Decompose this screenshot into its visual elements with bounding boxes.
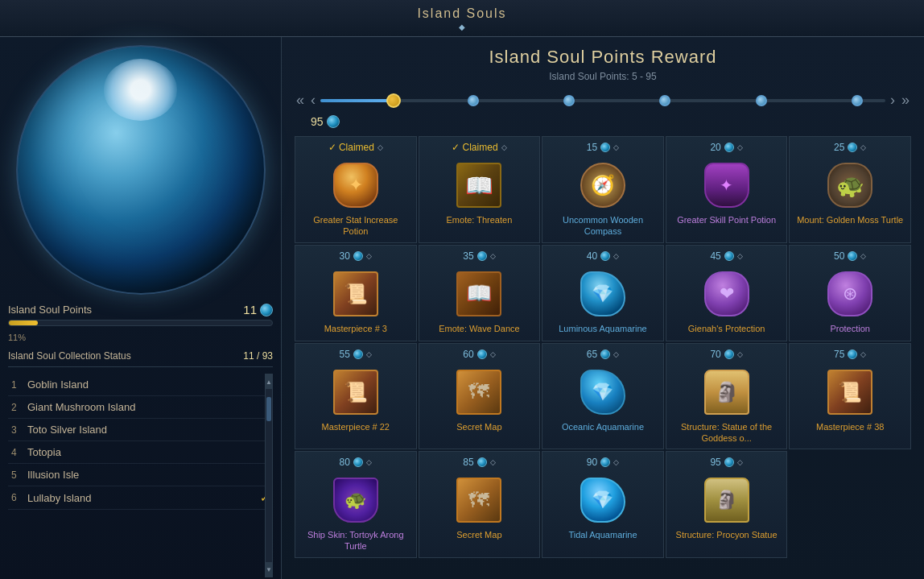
reward-diamond-icon[interactable]: ◇ (613, 458, 619, 466)
reward-name: Emote: Wave Dance (439, 323, 519, 334)
collection-status-label: Island Soul Collection Status (8, 350, 131, 362)
reward-points: 55 (340, 349, 350, 360)
right-panel: Island Soul Points Reward Island Soul Po… (282, 37, 924, 579)
reward-icon-container: 🗺 (453, 366, 505, 418)
island-name: Toto Silver Island (27, 424, 270, 436)
reward-cell[interactable]: 70 ◇ 🗿 Structure: Statue of the Goddess … (666, 343, 788, 450)
reward-diamond-icon[interactable]: ◇ (366, 252, 372, 260)
reward-gem-icon (477, 349, 487, 359)
main-layout: Island Soul Points 11 11% Island Soul Co… (0, 37, 924, 579)
reward-cell-header: 35 ◇ (463, 250, 495, 262)
track-nav-right-outer[interactable]: » (900, 92, 911, 109)
reward-cell[interactable]: 95 ◇ 🗿 Structure: Procyon Statue (666, 451, 788, 558)
reward-cell[interactable]: 80 ◇ 🐢 Ship Skin: Tortoyk Arong Turtle (295, 451, 417, 558)
reward-cell-header: 85 ◇ (463, 457, 495, 468)
reward-cell[interactable]: 75 ◇ 📜 Masterpiece # 38 (789, 343, 911, 450)
reward-icon-container: 💎 (577, 268, 629, 320)
island-list-item[interactable]: 5 Illusion Isle (8, 464, 273, 486)
reward-diamond-icon[interactable]: ◇ (613, 350, 619, 358)
reward-gem-icon (848, 349, 857, 359)
track-fill (320, 99, 394, 102)
reward-gem-icon (724, 457, 734, 467)
reward-diamond-icon[interactable]: ◇ (737, 350, 743, 358)
reward-grid: ✓ Claimed ◇ Greater Stat Increase Potion… (295, 136, 911, 558)
reward-diamond-icon[interactable]: ◇ (613, 252, 619, 260)
reward-diamond-icon[interactable]: ◇ (366, 458, 372, 466)
island-name: Totopia (27, 446, 270, 458)
reward-name: Protection (830, 323, 870, 334)
title-diamond: ◆ (0, 23, 924, 31)
reward-gem-icon (600, 349, 610, 359)
secret-map2-icon: 🗺 (456, 478, 501, 523)
reward-gem-icon (848, 251, 857, 261)
title-bar: Island Souls ◆ (0, 0, 924, 37)
island-list-item[interactable]: 4 Totopia (8, 441, 273, 464)
track-nav-right-inner[interactable]: › (889, 92, 897, 109)
reward-name: Masterpiece # 38 (816, 421, 884, 432)
scrollbar-down-button[interactable]: ▼ (266, 562, 272, 577)
reward-diamond-icon[interactable]: ◇ (737, 143, 743, 151)
reward-cell[interactable]: ✓ Claimed ◇ Greater Stat Increase Potion (295, 136, 417, 243)
reward-diamond-icon[interactable]: ◇ (737, 252, 743, 260)
island-num: 5 (11, 469, 27, 481)
reward-cell[interactable]: 60 ◇ 🗺 Secret Map (419, 343, 541, 450)
reward-cell-header: 80 ◇ (340, 457, 372, 468)
protection2-icon: ⊛ (827, 271, 872, 316)
reward-icon-container: 🐢 (330, 474, 382, 526)
reward-name: Mount: Golden Moss Turtle (797, 214, 903, 225)
reward-diamond-icon[interactable]: ◇ (501, 143, 507, 151)
reward-cell[interactable]: 20 ◇ ✦ Greater Skill Point Potion (666, 136, 788, 243)
reward-cell[interactable]: 45 ◇ ❤ Gienah's Protection (666, 245, 788, 341)
island-num: 2 (11, 402, 27, 413)
scrollbar-track (266, 389, 272, 562)
island-list-item[interactable]: 6 Lullaby Island ✓ (8, 486, 273, 510)
reward-cell-header: 90 ◇ (587, 457, 619, 468)
reward-cell[interactable]: 65 ◇ 💎 Oceanic Aquamarine (542, 343, 664, 450)
reward-cell[interactable]: 30 ◇ 📜 Masterpiece # 3 (295, 245, 417, 341)
reward-diamond-icon[interactable]: ◇ (490, 350, 496, 358)
reward-cell[interactable]: 15 ◇ 🧭 Uncommon Wooden Compass (542, 136, 664, 243)
island-list-scrollbar[interactable]: ▲ ▼ (265, 374, 273, 577)
current-points-indicator: 95 (311, 115, 911, 128)
track-nav-left-inner[interactable]: ‹ (309, 92, 317, 109)
reward-cell-header: 25 ◇ (834, 142, 866, 153)
reward-cell-header: 40 ◇ (587, 250, 619, 262)
reward-cell-header: 50 ◇ (834, 250, 866, 262)
reward-cell[interactable]: 40 ◇ 💎 Luminous Aquamarine (542, 245, 664, 341)
reward-cell[interactable]: 85 ◇ 🗺 Secret Map (419, 451, 541, 558)
reward-diamond-icon[interactable]: ◇ (737, 458, 743, 466)
reward-gem-icon (600, 143, 610, 152)
reward-gem-icon (724, 251, 734, 261)
island-list-item[interactable]: 2 Giant Mushroom Island (8, 396, 273, 419)
statue-icon: 🗿 (704, 370, 749, 415)
progress-track (320, 97, 885, 105)
reward-diamond-icon[interactable]: ◇ (377, 143, 383, 151)
reward-diamond-icon[interactable]: ◇ (613, 143, 619, 151)
track-nav-left-outer[interactable]: « (295, 92, 306, 109)
reward-name: Oceanic Aquamarine (562, 421, 644, 432)
reward-cell[interactable]: 55 ◇ 📜 Masterpiece # 22 (295, 343, 417, 450)
reward-cell[interactable]: 25 ◇ 🐢 Mount: Golden Moss Turtle (789, 136, 911, 243)
reward-cell[interactable]: ✓ Claimed ◇ 📖 Emote: Threaten (419, 136, 541, 243)
points-progress-pct: 11% (8, 333, 273, 342)
reward-cell[interactable]: 50 ◇ ⊛ Protection (789, 245, 911, 341)
reward-name: Secret Map (456, 529, 501, 540)
reward-cell[interactable]: 90 ◇ 💎 Tidal Aquamarine (542, 451, 664, 558)
reward-diamond-icon[interactable]: ◇ (860, 350, 866, 358)
reward-cell[interactable]: 35 ◇ 📖 Emote: Wave Dance (419, 245, 541, 341)
island-info: Island Soul Points 11 (8, 303, 273, 316)
reward-diamond-icon[interactable]: ◇ (490, 252, 496, 260)
reward-icon-container: 💎 (577, 366, 629, 418)
scrollbar-up-button[interactable]: ▲ (266, 374, 272, 389)
reward-diamond-icon[interactable]: ◇ (860, 252, 866, 260)
reward-diamond-icon[interactable]: ◇ (366, 350, 372, 358)
island-list-item[interactable]: 3 Toto Silver Island (8, 419, 273, 441)
island-num: 6 (11, 492, 27, 503)
reward-diamond-icon[interactable]: ◇ (490, 458, 496, 466)
island-list-item[interactable]: 1 Goblin Island (8, 374, 273, 396)
island-points-count: 11 (243, 303, 273, 316)
reward-points: 95 (710, 457, 720, 468)
left-panel: Island Soul Points 11 11% Island Soul Co… (0, 37, 282, 579)
reward-diamond-icon[interactable]: ◇ (860, 143, 866, 151)
scrollbar-thumb[interactable] (266, 397, 271, 421)
